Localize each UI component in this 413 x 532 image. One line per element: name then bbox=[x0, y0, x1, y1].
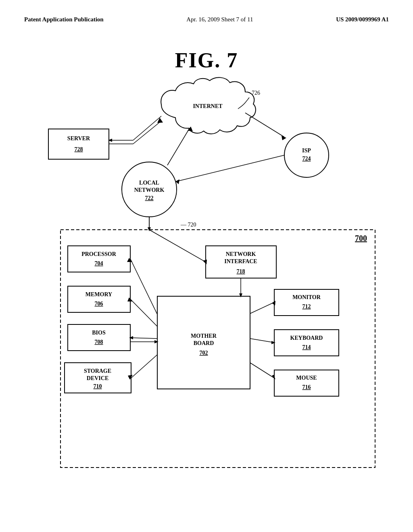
arrow-server-internet2 bbox=[133, 121, 161, 144]
figure-title: FIG. 7 bbox=[175, 48, 238, 72]
bios-box bbox=[68, 324, 130, 351]
arrow-mb-proc bbox=[130, 259, 157, 314]
arrow-mb-bios bbox=[130, 338, 157, 339]
local-network-label2: NETWORK bbox=[134, 187, 165, 193]
arrow-internet-server bbox=[133, 116, 161, 140]
arrow-internet-isp bbox=[245, 113, 284, 137]
header-left: Patent Application Publication bbox=[24, 16, 104, 23]
monitor-label: MONITOR bbox=[292, 294, 321, 300]
mouse-label: MOUSE bbox=[296, 375, 317, 381]
internet-label: INTERNET bbox=[193, 103, 223, 109]
arrow-mb-storage bbox=[131, 355, 157, 378]
server-box bbox=[48, 129, 109, 159]
storage-label2: DEVICE bbox=[87, 375, 108, 381]
storage-ref: 710 bbox=[94, 383, 102, 389]
ni-label2: INTERFACE bbox=[224, 258, 257, 264]
arrow-mb-mem bbox=[130, 299, 157, 326]
monitor-box bbox=[274, 289, 339, 316]
mouse-ref: 716 bbox=[302, 384, 311, 390]
processor-label: PROCESSOR bbox=[81, 251, 116, 257]
local-network-label1: LOCAL bbox=[139, 180, 159, 186]
isp-circle bbox=[284, 133, 329, 177]
memory-box bbox=[68, 286, 130, 312]
page: Patent Application Publication Apr. 16, … bbox=[0, 0, 413, 532]
arrowhead-mb-monitor bbox=[272, 301, 275, 305]
arrow-isp-localnet bbox=[177, 155, 284, 181]
mb-ref: 702 bbox=[200, 350, 208, 356]
memory-label: MEMORY bbox=[86, 291, 112, 297]
mouse-box bbox=[274, 370, 339, 396]
ni-label1: NETWORK bbox=[226, 251, 256, 257]
internet-cloud: INTERNET 726 bbox=[161, 77, 260, 134]
header-center: Apr. 16, 2009 Sheet 7 of 11 bbox=[186, 16, 253, 23]
dashed-box-label: — 720 bbox=[180, 222, 196, 228]
keyboard-ref: 714 bbox=[302, 344, 311, 350]
header-right: US 2009/0099969 A1 bbox=[336, 16, 389, 23]
mb-label1: MOTHER bbox=[191, 333, 217, 339]
bios-ref: 708 bbox=[95, 339, 103, 345]
main-ref-label: 700 bbox=[355, 234, 367, 243]
server-ref: 728 bbox=[75, 146, 83, 152]
bios-label: BIOS bbox=[92, 330, 106, 336]
ni-ref: 718 bbox=[237, 268, 245, 274]
arrow-localnet-internet bbox=[167, 128, 190, 165]
monitor-ref: 712 bbox=[302, 303, 311, 310]
internet-ref: 726 bbox=[252, 90, 260, 96]
arrow-mb-keyboard bbox=[250, 339, 274, 343]
memory-ref: 706 bbox=[95, 301, 103, 307]
mb-label2: BOARD bbox=[194, 340, 214, 346]
arrow-localnet-ni bbox=[149, 230, 206, 262]
server-label: SERVER bbox=[67, 135, 90, 141]
keyboard-box bbox=[274, 330, 339, 356]
isp-ref: 724 bbox=[302, 156, 311, 162]
keyboard-label: KEYBOARD bbox=[290, 335, 323, 341]
storage-label1: STORAGE bbox=[84, 368, 111, 374]
local-network-ref: 722 bbox=[145, 195, 154, 201]
arrow-mb-monitor bbox=[250, 302, 274, 314]
processor-ref: 704 bbox=[95, 260, 103, 266]
arrowhead-ni bbox=[203, 260, 207, 264]
isp-label: ISP bbox=[302, 148, 311, 154]
diagram-svg: — 720 700 SERVER 728 INTERNET 726 ISP 72… bbox=[24, 73, 389, 500]
processor-box bbox=[68, 246, 130, 272]
header: Patent Application Publication Apr. 16, … bbox=[24, 16, 389, 23]
arrow-mb-mouse bbox=[250, 363, 274, 378]
